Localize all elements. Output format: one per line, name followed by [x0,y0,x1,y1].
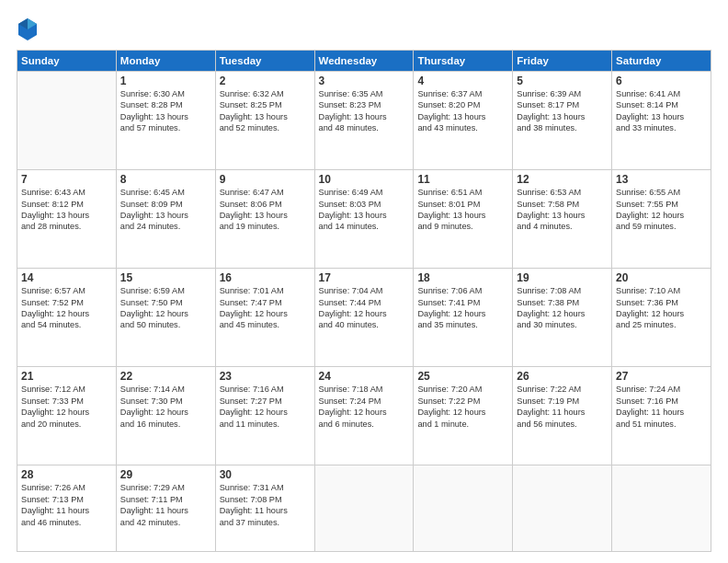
day-number: 8 [120,173,211,186]
calendar-cell: 7Sunrise: 6:43 AMSunset: 8:12 PMDaylight… [17,170,117,269]
calendar-cell: 18Sunrise: 7:06 AMSunset: 7:41 PMDayligh… [414,269,513,367]
day-number: 14 [21,271,112,284]
day-number: 11 [417,173,508,186]
day-info: Sunrise: 6:41 AMSunset: 8:14 PMDaylight:… [616,88,707,134]
day-info: Sunrise: 7:14 AMSunset: 7:30 PMDaylight:… [120,384,211,430]
calendar-cell: 14Sunrise: 6:57 AMSunset: 7:52 PMDayligh… [17,269,117,367]
day-number: 2 [220,75,311,87]
calendar-cell: 11Sunrise: 6:51 AMSunset: 8:01 PMDayligh… [414,170,513,269]
calendar-cell: 25Sunrise: 7:20 AMSunset: 7:22 PMDayligh… [414,367,513,465]
logo [17,17,42,42]
day-info: Sunrise: 6:30 AMSunset: 8:28 PMDaylight:… [120,88,211,134]
calendar-cell: 6Sunrise: 6:41 AMSunset: 8:14 PMDaylight… [612,72,711,170]
day-number: 30 [220,468,311,481]
day-number: 19 [517,271,608,284]
week-row-1: 1Sunrise: 6:30 AMSunset: 8:28 PMDaylight… [17,72,711,170]
day-info: Sunrise: 6:51 AMSunset: 8:01 PMDaylight:… [417,187,508,233]
calendar-cell [513,465,612,552]
day-info: Sunrise: 6:53 AMSunset: 7:58 PMDaylight:… [517,187,608,233]
day-info: Sunrise: 6:37 AMSunset: 8:20 PMDaylight:… [417,88,508,134]
day-info: Sunrise: 7:24 AMSunset: 7:16 PMDaylight:… [616,384,707,430]
day-info: Sunrise: 7:18 AMSunset: 7:24 PMDaylight:… [319,384,410,430]
calendar-cell: 16Sunrise: 7:01 AMSunset: 7:47 PMDayligh… [215,269,314,367]
day-info: Sunrise: 7:08 AMSunset: 7:38 PMDaylight:… [517,285,608,331]
day-number: 6 [616,75,707,87]
day-number: 4 [417,75,508,87]
calendar-cell: 12Sunrise: 6:53 AMSunset: 7:58 PMDayligh… [513,170,612,269]
day-info: Sunrise: 6:45 AMSunset: 8:09 PMDaylight:… [120,187,211,233]
weekday-header-saturday: Saturday [612,51,711,72]
day-info: Sunrise: 7:20 AMSunset: 7:22 PMDaylight:… [417,384,508,430]
calendar-body: 1Sunrise: 6:30 AMSunset: 8:28 PMDaylight… [17,72,711,552]
calendar-cell: 30Sunrise: 7:31 AMSunset: 7:08 PMDayligh… [215,465,314,552]
day-info: Sunrise: 7:31 AMSunset: 7:08 PMDaylight:… [220,482,311,528]
weekday-header-sunday: Sunday [17,51,117,72]
calendar-cell [314,465,414,552]
day-number: 20 [616,271,707,284]
day-number: 3 [319,75,410,87]
calendar-cell: 17Sunrise: 7:04 AMSunset: 7:44 PMDayligh… [314,269,414,367]
calendar-cell [17,72,117,170]
day-number: 23 [220,370,311,383]
week-row-4: 21Sunrise: 7:12 AMSunset: 7:33 PMDayligh… [17,367,711,465]
day-number: 29 [120,468,211,481]
day-info: Sunrise: 6:35 AMSunset: 8:23 PMDaylight:… [319,88,410,134]
calendar-cell: 26Sunrise: 7:22 AMSunset: 7:19 PMDayligh… [513,367,612,465]
day-info: Sunrise: 6:43 AMSunset: 8:12 PMDaylight:… [21,187,112,233]
day-info: Sunrise: 6:32 AMSunset: 8:25 PMDaylight:… [220,88,311,134]
day-info: Sunrise: 6:57 AMSunset: 7:52 PMDaylight:… [21,285,112,331]
day-info: Sunrise: 7:01 AMSunset: 7:47 PMDaylight:… [220,285,311,331]
calendar-cell: 22Sunrise: 7:14 AMSunset: 7:30 PMDayligh… [116,367,215,465]
day-number: 15 [120,271,211,284]
day-number: 16 [220,271,311,284]
day-number: 9 [220,173,311,186]
calendar-cell [612,465,711,552]
calendar-cell: 8Sunrise: 6:45 AMSunset: 8:09 PMDaylight… [116,170,215,269]
weekday-header-row: SundayMondayTuesdayWednesdayThursdayFrid… [17,51,711,72]
page: SundayMondayTuesdayWednesdayThursdayFrid… [0,0,728,563]
day-number: 1 [120,75,211,87]
logo-icon [17,17,39,42]
day-info: Sunrise: 6:55 AMSunset: 7:55 PMDaylight:… [616,187,707,233]
calendar-cell: 1Sunrise: 6:30 AMSunset: 8:28 PMDaylight… [116,72,215,170]
calendar-cell: 28Sunrise: 7:26 AMSunset: 7:13 PMDayligh… [17,465,117,552]
day-info: Sunrise: 7:06 AMSunset: 7:41 PMDaylight:… [417,285,508,331]
day-info: Sunrise: 7:26 AMSunset: 7:13 PMDaylight:… [21,482,112,528]
day-number: 22 [120,370,211,383]
day-number: 25 [417,370,508,383]
day-number: 26 [517,370,608,383]
weekday-header-tuesday: Tuesday [215,51,314,72]
day-number: 21 [21,370,112,383]
weekday-header-monday: Monday [116,51,215,72]
day-number: 5 [517,75,608,87]
calendar-cell: 3Sunrise: 6:35 AMSunset: 8:23 PMDaylight… [314,72,414,170]
calendar-cell: 13Sunrise: 6:55 AMSunset: 7:55 PMDayligh… [612,170,711,269]
calendar-cell: 27Sunrise: 7:24 AMSunset: 7:16 PMDayligh… [612,367,711,465]
day-info: Sunrise: 6:49 AMSunset: 8:03 PMDaylight:… [319,187,410,233]
calendar-cell: 29Sunrise: 7:29 AMSunset: 7:11 PMDayligh… [116,465,215,552]
day-info: Sunrise: 7:16 AMSunset: 7:27 PMDaylight:… [220,384,311,430]
day-info: Sunrise: 7:04 AMSunset: 7:44 PMDaylight:… [319,285,410,331]
day-number: 24 [319,370,410,383]
calendar-cell: 9Sunrise: 6:47 AMSunset: 8:06 PMDaylight… [215,170,314,269]
day-info: Sunrise: 6:39 AMSunset: 8:17 PMDaylight:… [517,88,608,134]
day-info: Sunrise: 6:59 AMSunset: 7:50 PMDaylight:… [120,285,211,331]
day-info: Sunrise: 6:47 AMSunset: 8:06 PMDaylight:… [220,187,311,233]
day-number: 18 [417,271,508,284]
weekday-header-wednesday: Wednesday [314,51,414,72]
day-info: Sunrise: 7:10 AMSunset: 7:36 PMDaylight:… [616,285,707,331]
calendar-cell: 2Sunrise: 6:32 AMSunset: 8:25 PMDaylight… [215,72,314,170]
day-number: 27 [616,370,707,383]
calendar-cell: 4Sunrise: 6:37 AMSunset: 8:20 PMDaylight… [414,72,513,170]
day-number: 13 [616,173,707,186]
calendar-cell: 15Sunrise: 6:59 AMSunset: 7:50 PMDayligh… [116,269,215,367]
day-number: 12 [517,173,608,186]
calendar-cell: 23Sunrise: 7:16 AMSunset: 7:27 PMDayligh… [215,367,314,465]
calendar-cell: 21Sunrise: 7:12 AMSunset: 7:33 PMDayligh… [17,367,117,465]
calendar-cell [414,465,513,552]
header [17,17,711,42]
weekday-header-friday: Friday [513,51,612,72]
day-info: Sunrise: 7:22 AMSunset: 7:19 PMDaylight:… [517,384,608,430]
calendar-cell: 20Sunrise: 7:10 AMSunset: 7:36 PMDayligh… [612,269,711,367]
day-number: 10 [319,173,410,186]
